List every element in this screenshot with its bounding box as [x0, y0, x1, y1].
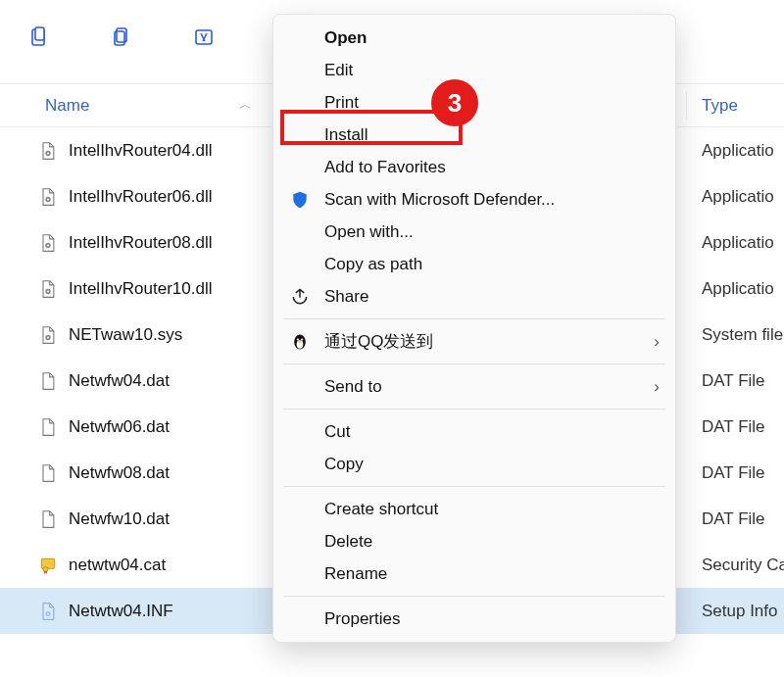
file-type: Applicatio [702, 187, 774, 207]
svg-point-23 [298, 341, 301, 343]
svg-rect-15 [41, 558, 54, 568]
inf-file-icon [37, 601, 59, 622]
ctx-add-favorites[interactable]: Add to Favorites [273, 151, 675, 183]
dat-file-icon [37, 370, 59, 392]
file-type: DAT File [702, 463, 765, 483]
file-type: Applicatio [702, 141, 774, 161]
ctx-label: Install [324, 125, 368, 145]
svg-point-22 [301, 338, 303, 340]
ctx-copy[interactable]: Copy [273, 448, 675, 480]
dll-file-icon [37, 186, 59, 208]
file-type: Setup Info [702, 602, 778, 621]
svg-point-8 [47, 198, 49, 200]
ctx-label: Share [324, 287, 368, 307]
file-name: IntelIhvRouter10.dll [69, 279, 212, 299]
ctx-label: Copy [324, 455, 364, 474]
ctx-print[interactable]: Print [273, 86, 675, 119]
dat-file-icon [37, 416, 59, 438]
file-name: NETwaw10.sys [69, 325, 182, 345]
svg-point-21 [297, 338, 299, 340]
ctx-open-with[interactable]: Open with... [273, 216, 675, 248]
dat-file-icon [37, 508, 59, 530]
svg-point-10 [47, 244, 49, 246]
dll-file-icon [37, 140, 59, 162]
chevron-right-icon: › [654, 332, 660, 352]
file-type: DAT File [702, 417, 765, 437]
sort-ascending-icon: ︿ [239, 96, 252, 114]
ctx-edit[interactable]: Edit [273, 54, 675, 86]
svg-rect-4 [196, 30, 212, 44]
ctx-send-to[interactable]: Send to › [273, 370, 675, 403]
ctx-label: Scan with Microsoft Defender... [324, 190, 555, 210]
toolbar-btn-cut-icon[interactable] [20, 18, 59, 57]
ctx-properties[interactable]: Properties [273, 603, 675, 635]
file-name: IntelIhvRouter04.dll [69, 141, 212, 161]
ctx-separator [283, 363, 665, 364]
file-name: Netwfw04.dat [69, 371, 170, 391]
sys-file-icon [37, 324, 59, 346]
svg-point-6 [47, 152, 49, 154]
ctx-rename[interactable]: Rename [273, 557, 675, 590]
ctx-separator [283, 318, 665, 319]
file-name: IntelIhvRouter08.dll [69, 233, 212, 253]
file-name: Netwfw10.dat [69, 509, 170, 529]
ctx-label: Send to [324, 377, 382, 397]
ctx-label: Copy as path [324, 255, 422, 274]
ctx-label: Properties [324, 609, 400, 629]
file-type: Applicatio [702, 279, 774, 299]
file-type: Security Ca [702, 556, 784, 575]
cat-file-icon [37, 555, 59, 576]
ctx-qq-send[interactable]: 通过QQ发送到 › [273, 325, 675, 358]
ctx-label: Cut [324, 422, 350, 442]
ctx-defender-scan[interactable]: Scan with Microsoft Defender... [273, 183, 675, 216]
file-type: DAT File [702, 371, 765, 391]
ctx-create-shortcut[interactable]: Create shortcut [273, 493, 675, 525]
file-type: System file [702, 325, 783, 345]
file-name: Netwtw04.INF [69, 602, 173, 621]
file-name: netwtw04.cat [69, 556, 166, 575]
ctx-label: Rename [324, 564, 387, 584]
ctx-label: Delete [324, 532, 372, 552]
qq-penguin-icon [289, 331, 311, 353]
svg-point-12 [47, 290, 49, 292]
ctx-label: Create shortcut [324, 500, 438, 519]
svg-point-18 [47, 612, 49, 614]
ctx-copy-as-path[interactable]: Copy as path [273, 248, 675, 280]
ctx-separator [283, 486, 665, 487]
toolbar-btn-copy-icon[interactable] [102, 18, 141, 57]
dat-file-icon [37, 462, 59, 484]
chevron-right-icon: › [654, 377, 660, 397]
share-icon [289, 286, 311, 308]
dll-file-icon [37, 232, 59, 254]
file-type: DAT File [702, 509, 765, 529]
ctx-label: Edit [324, 61, 353, 80]
ctx-cut[interactable]: Cut [273, 415, 675, 448]
shield-icon [289, 189, 311, 211]
context-menu: Open Edit Print Install Add to Favorites… [272, 14, 676, 643]
ctx-label: Open with... [324, 222, 414, 242]
dll-file-icon [37, 278, 59, 300]
toolbar-btn-rename-icon[interactable] [184, 18, 223, 57]
svg-rect-1 [35, 27, 44, 40]
ctx-separator [283, 409, 665, 410]
ctx-label: 通过QQ发送到 [324, 330, 433, 353]
svg-point-14 [47, 336, 49, 338]
file-name: Netwfw06.dat [69, 417, 170, 437]
ctx-label: Add to Favorites [324, 158, 446, 177]
ctx-share[interactable]: Share [273, 280, 675, 313]
file-type: Applicatio [702, 233, 774, 253]
column-header-name[interactable]: Name [0, 96, 89, 116]
column-header-type[interactable]: Type [702, 96, 738, 116]
file-name: IntelIhvRouter06.dll [69, 187, 212, 207]
ctx-delete[interactable]: Delete [273, 525, 675, 557]
ctx-label: Open [324, 28, 367, 48]
ctx-separator [283, 596, 665, 597]
column-divider [686, 91, 687, 120]
ctx-open[interactable]: Open [273, 22, 675, 54]
file-name: Netwfw08.dat [69, 463, 170, 483]
ctx-label: Print [324, 93, 359, 113]
ctx-install[interactable]: Install [273, 119, 675, 151]
